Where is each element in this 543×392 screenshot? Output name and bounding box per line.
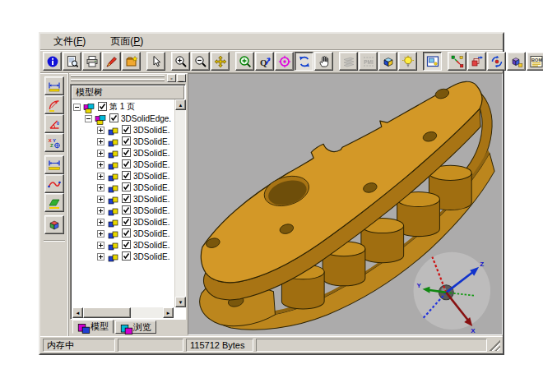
move-part-button[interactable] (467, 52, 486, 71)
panel-float-button[interactable]: ▫ (167, 74, 176, 82)
toolbar-separator (44, 240, 65, 242)
export-button[interactable] (122, 52, 141, 71)
tree-checkbox[interactable] (120, 136, 133, 147)
rotate-icon (298, 55, 311, 68)
tree-horizontal-scrollbar[interactable]: ◄ ► (72, 307, 174, 318)
scrollbar-thumb[interactable] (83, 307, 131, 318)
assembly-button[interactable] (507, 52, 526, 71)
about-button[interactable] (43, 52, 62, 71)
print-button[interactable] (82, 52, 101, 71)
tree-checkbox[interactable] (120, 228, 133, 239)
tree-vertical-scrollbar[interactable]: ▲ ▼ (174, 99, 185, 307)
page-frame-button[interactable] (423, 52, 442, 71)
tree-row-solid[interactable]: 3DSolidE. (72, 124, 174, 136)
svg-text:X: X (471, 327, 476, 334)
zoom-out-button[interactable] (191, 52, 210, 71)
pan-hand-button[interactable] (314, 52, 333, 71)
tree-checkbox[interactable] (120, 205, 133, 216)
tree-row-solid[interactable]: 3DSolidE. (72, 170, 174, 182)
select-cursor-button[interactable] (146, 52, 165, 71)
lamp-button[interactable] (398, 52, 417, 71)
zoom-dynamic-button[interactable]: Q (255, 52, 274, 71)
menu-item-f[interactable]: 文件(F) (52, 34, 87, 49)
tree-checkbox[interactable] (120, 148, 133, 159)
scroll-right-button[interactable]: ► (163, 307, 174, 318)
tree-row-solid[interactable]: 3DSolidE. (72, 228, 174, 239)
pmi-button[interactable]: PMI (359, 52, 378, 71)
bom-button[interactable]: BOM (527, 52, 543, 71)
toolbar-group (171, 52, 230, 71)
app-window: 文件(F)页面(P) QPMIBOM 0XYZ ▫ ▁ 模型树 第 1 页3DS… (39, 32, 504, 355)
spin-view-icon (490, 55, 504, 68)
tree-label: 3DSolidE. (133, 206, 169, 215)
edit-pen-button[interactable] (102, 52, 121, 71)
measure-solid-icon (48, 219, 61, 232)
toolbar-group (43, 52, 141, 71)
tree-row-solid[interactable]: 3DSolidE. (72, 216, 174, 228)
tree-checkbox[interactable] (120, 240, 133, 251)
view-cube-button[interactable] (378, 52, 397, 71)
svg-text:Q: Q (260, 57, 267, 67)
scroll-down-button[interactable]: ▼ (175, 297, 186, 307)
layers-button[interactable] (339, 52, 358, 71)
tree-row-solid[interactable]: 3DSolidE. (72, 136, 174, 147)
tree-row-assembly[interactable]: 3DSolidEdge. (72, 113, 174, 124)
tree-checkbox[interactable] (120, 171, 133, 182)
dimension-toolbar: 0XYZ (40, 73, 68, 336)
rotate-target-button[interactable] (275, 52, 294, 71)
tree-row-solid[interactable]: 3DSolidE. (72, 251, 174, 262)
dimension-horizontal-button[interactable] (44, 76, 64, 95)
print-preview-button[interactable] (63, 52, 81, 71)
tree-checkbox[interactable] (120, 217, 133, 228)
zoom-window-button[interactable] (235, 52, 254, 71)
dimension-area-button[interactable] (44, 193, 64, 212)
measure-solid-button[interactable] (44, 215, 64, 234)
tree-checkbox[interactable] (120, 125, 133, 136)
dimension-ordinate-icon: XYZ (48, 136, 61, 150)
dimension-curve-icon (48, 178, 61, 191)
tree-checkbox[interactable] (120, 251, 133, 262)
tree-row-solid[interactable]: 3DSolidE. (72, 147, 174, 159)
layers-icon (342, 55, 355, 68)
tree-checkbox[interactable] (120, 194, 133, 205)
tree-row-solid[interactable]: 3DSolidE. (72, 182, 174, 193)
tab-browse[interactable]: 浏览 (115, 321, 156, 334)
tree-checkbox[interactable] (108, 113, 121, 124)
tree-checkbox[interactable] (96, 102, 109, 113)
scroll-left-button[interactable]: ◄ (72, 307, 83, 318)
dimension-radius-button[interactable] (44, 95, 64, 114)
zoom-in-button[interactable] (171, 52, 190, 71)
solid-node-icon (107, 148, 120, 159)
spin-view-button[interactable] (487, 52, 506, 71)
tree-row-solid[interactable]: 3DSolidE. (72, 205, 174, 216)
panel-gripper[interactable]: ▫ ▁ (70, 74, 186, 84)
resize-grip[interactable] (490, 340, 500, 351)
pmi-icon: PMI (362, 55, 375, 68)
explode-parts-button[interactable] (448, 52, 466, 71)
tree-rows: 第 1 页3DSolidEdge.3DSolidE.3DSolidE.3DSol… (72, 99, 174, 307)
tree-checkbox[interactable] (120, 159, 133, 170)
pan-arrows-button[interactable] (211, 52, 230, 71)
viewport-3d[interactable]: Z Y X (188, 73, 503, 335)
dimension-angle-button[interactable]: 0 (44, 114, 64, 133)
tree-row-solid[interactable]: 3DSolidE. (72, 193, 174, 205)
tree-row-page[interactable]: 第 1 页 (72, 101, 174, 113)
solid-node-icon (107, 251, 120, 262)
dimension-distance-button[interactable] (44, 155, 64, 174)
tree-checkbox[interactable] (120, 182, 133, 193)
grip-line (71, 79, 165, 81)
menu-item-p[interactable]: 页面(P) (109, 34, 145, 49)
page-node-icon (95, 113, 108, 124)
panel-hide-button[interactable]: ▁ (177, 74, 186, 82)
dimension-ordinate-button[interactable]: XYZ (44, 133, 64, 152)
zoom-out-icon (194, 55, 207, 68)
tree-row-solid[interactable]: 3DSolidE. (72, 239, 174, 251)
move-part-icon (471, 55, 484, 68)
scroll-up-button[interactable]: ▲ (175, 99, 186, 110)
tree-row-solid[interactable]: 3DSolidE. (72, 159, 174, 170)
model-tree-box: 模型树 第 1 页3DSolidEdge.3DSolidE.3DSolidE.3… (70, 84, 186, 320)
tab-model[interactable]: 模型 (72, 320, 114, 334)
rotate-button[interactable] (295, 52, 313, 71)
svg-text:0: 0 (57, 121, 59, 126)
dimension-curve-button[interactable] (44, 174, 64, 193)
